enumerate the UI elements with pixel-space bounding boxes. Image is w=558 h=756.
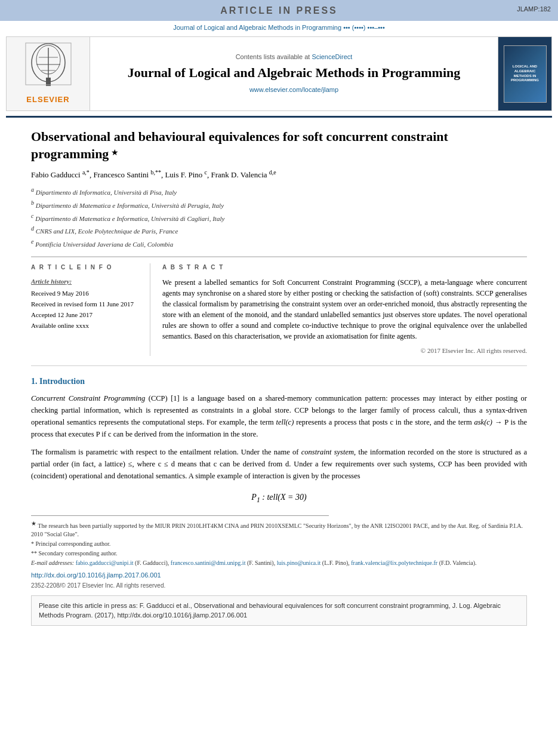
accepted-date: Accepted 12 June 2017 — [31, 311, 141, 320]
affil-a: a Dipartimento di Informatica, Universit… — [31, 186, 527, 198]
section-divider — [31, 365, 527, 366]
abstract-label: A B S T R A C T — [162, 263, 527, 272]
footnote-secondary: ** Secondary corresponding author. — [31, 549, 527, 558]
footnote-star-text: ★ The research has been partially suppor… — [31, 520, 527, 539]
article-id: JLAMP:182 — [517, 5, 551, 14]
revised-date: Received in revised form 11 June 2017 — [31, 300, 141, 309]
journal-url[interactable]: www.elsevier.com/locate/jlamp — [249, 85, 338, 95]
email-valencia[interactable]: frank.valencia@lix.polytechnique.fr — [351, 560, 437, 566]
doi-link[interactable]: http://dx.doi.org/10.1016/j.jlamp.2017.0… — [31, 571, 527, 580]
article-in-press-banner: ARTICLE IN PRESS — [0, 0, 558, 21]
affil-c: c Dipartimento di Matematica e Informati… — [31, 212, 527, 224]
sciencedirect-link[interactable]: ScienceDirect — [312, 53, 352, 60]
intro-para1: Concurrent Constraint Programming (CCP) … — [31, 392, 527, 440]
journal-cover-image: LOGICAL AND ALGEBRAIC METHODS IN PROGRAM… — [504, 45, 547, 103]
received-date: Received 9 May 2016 — [31, 289, 141, 299]
header-divider — [6, 116, 552, 118]
issn-line: 2352-2208/© 2017 Elsevier Inc. All right… — [31, 582, 527, 591]
footnotes-divider — [31, 515, 329, 516]
email-gadducci[interactable]: fabio.gadducci@unipi.it — [76, 560, 134, 566]
page: ARTICLE IN PRESS JLAMP:182 Journal of Lo… — [0, 0, 558, 756]
contents-line: Contents lists available at ScienceDirec… — [236, 53, 353, 62]
copyright-line: © 2017 Elsevier Inc. All rights reserved… — [162, 346, 527, 356]
footnote-emails: E-mail addresses: fabio.gadducci@unipi.i… — [31, 559, 527, 567]
affiliations: a Dipartimento di Informatica, Universit… — [31, 186, 527, 249]
journal-ref-line: Journal of Logical and Algebraic Methods… — [0, 21, 558, 34]
journal-cover-area: LOGICAL AND ALGEBRAIC METHODS IN PROGRAM… — [498, 37, 551, 110]
article-history-label: Article history: — [31, 277, 141, 287]
affil-b: b Dipartimento di Matematica e Informati… — [31, 199, 527, 211]
intro-para2: The formalism is parametric with respect… — [31, 446, 527, 482]
elsevier-tree-icon — [24, 42, 72, 87]
affil-e: e Pontificia Universidad Javeriana de Ca… — [31, 238, 527, 250]
intro-heading: 1. Introduction — [31, 376, 527, 388]
article-info-abstract-section: A R T I C L E I N F O Article history: R… — [31, 256, 527, 355]
elsevier-logo-area: ELSEVIER — [7, 37, 90, 110]
math-display: P1 : tell(X = 30) — [31, 491, 527, 506]
article-info-column: A R T I C L E I N F O Article history: R… — [31, 263, 150, 355]
online-date: Available online xxxx — [31, 321, 141, 331]
footnote-star: ★ — [111, 147, 119, 156]
email-santini[interactable]: francesco.santini@dmi.unipg.it — [171, 560, 246, 566]
footnote-principal: * Principal corresponding author. — [31, 540, 527, 548]
cover-title-text: LOGICAL AND ALGEBRAIC METHODS IN PROGRAM… — [507, 64, 544, 83]
authors-line: Fabio Gadducci a,*, Francesco Santini b,… — [31, 168, 527, 181]
journal-header-box: ELSEVIER Contents lists available at Sci… — [6, 36, 552, 111]
article-info-label: A R T I C L E I N F O — [31, 263, 141, 272]
journal-title-area: Contents lists available at ScienceDirec… — [90, 37, 498, 110]
main-content: Observational and behavioural equivalenc… — [0, 128, 558, 626]
article-title: Observational and behavioural equivalenc… — [31, 129, 448, 161]
affil-d: d CNRS and LIX, Ecole Polytechnique de P… — [31, 225, 527, 236]
email-pino[interactable]: luis.pino@unica.it — [277, 560, 321, 566]
journal-title: Journal of Logical and Algebraic Methods… — [128, 64, 461, 82]
citation-box: Please cite this article in press as: F.… — [31, 595, 527, 626]
abstract-column: A B S T R A C T We present a labelled se… — [162, 263, 527, 355]
elsevier-wordmark: ELSEVIER — [26, 94, 69, 106]
abstract-text: We present a labelled semantics for Soft… — [162, 277, 527, 342]
